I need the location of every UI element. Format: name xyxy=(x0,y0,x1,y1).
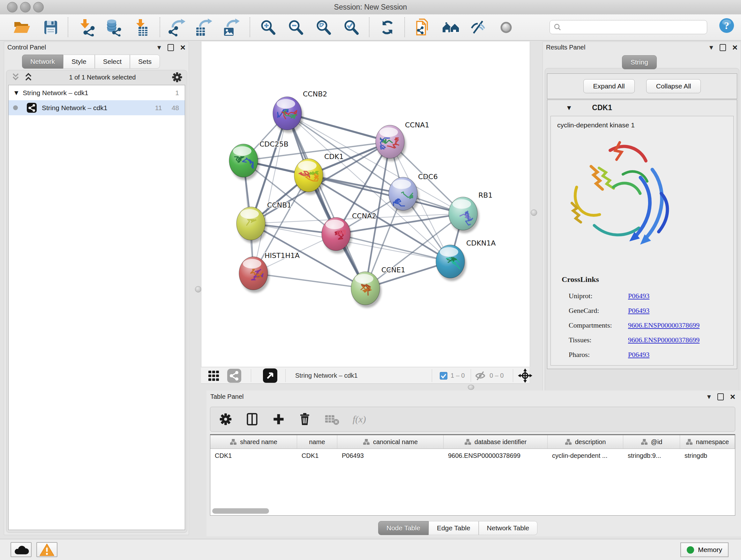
protein-expand-caret-icon[interactable]: ▼ xyxy=(567,105,571,111)
table-options-button[interactable] xyxy=(219,413,232,426)
tab-select[interactable]: Select xyxy=(95,55,130,69)
column-header[interactable]: canonical name xyxy=(337,435,444,449)
right-splitter-handle[interactable] xyxy=(531,209,537,216)
selected-checkbox-icon[interactable] xyxy=(440,372,448,380)
import-table-from-file-button[interactable] xyxy=(131,17,154,38)
import-network-from-database-button[interactable] xyxy=(102,17,125,38)
table-cell[interactable]: stringdb xyxy=(680,449,735,462)
network-node[interactable] xyxy=(273,97,303,133)
column-header[interactable]: name xyxy=(297,435,337,449)
column-header[interactable]: namespace xyxy=(680,435,735,449)
crosslink-link[interactable]: P06493 xyxy=(628,292,650,300)
network-node[interactable] xyxy=(389,177,419,213)
network-options-gear-icon[interactable] xyxy=(172,72,183,83)
table-cell[interactable]: cyclin-dependent ... xyxy=(548,449,623,462)
crosslink-link[interactable]: 9606.ENSP00000378699 xyxy=(628,336,699,344)
show-all-button[interactable] xyxy=(495,17,518,38)
save-session-button[interactable] xyxy=(39,17,62,38)
hidden-eye-icon[interactable] xyxy=(474,370,486,381)
table-cell[interactable]: CDK1 xyxy=(297,449,337,462)
birds-eye-grid-icon[interactable] xyxy=(208,370,220,382)
collection-expand-caret-icon[interactable]: ▼ xyxy=(14,90,18,96)
hide-selection-button[interactable] xyxy=(467,17,490,38)
panel-menu-icon[interactable]: ▼ xyxy=(710,45,713,51)
tab-network-table[interactable]: Network Table xyxy=(479,521,538,535)
search-input[interactable] xyxy=(564,23,703,31)
expand-all-networks-icon[interactable] xyxy=(23,73,33,82)
network-status-dot-icon xyxy=(13,105,18,110)
panel-menu-icon[interactable]: ▼ xyxy=(707,394,711,400)
refresh-button[interactable] xyxy=(376,17,399,38)
svg-text:?: ? xyxy=(724,20,729,31)
table-cell[interactable]: 9606.ENSP00000378699 xyxy=(444,449,548,462)
network-node[interactable] xyxy=(376,125,406,161)
crosslink-link[interactable]: P06493 xyxy=(628,307,650,315)
tab-sets[interactable]: Sets xyxy=(130,55,160,69)
network-node[interactable] xyxy=(436,245,466,281)
cloud-button[interactable] xyxy=(10,542,31,557)
delete-column-button[interactable] xyxy=(298,412,311,426)
network-node[interactable] xyxy=(229,144,259,180)
function-builder-button[interactable]: f(x) xyxy=(353,414,366,425)
tab-edge-table[interactable]: Edge Table xyxy=(428,521,479,535)
warnings-button[interactable] xyxy=(37,542,57,557)
network-node[interactable] xyxy=(237,207,267,243)
network-node[interactable] xyxy=(322,217,352,253)
collapse-all-button[interactable]: Collapse All xyxy=(646,79,701,93)
network-row[interactable]: String Network – cdk1 11 48 xyxy=(9,100,185,115)
crosslink-link[interactable]: 9606.ENSP00000378699 xyxy=(628,321,699,329)
network-node[interactable] xyxy=(239,257,269,293)
column-header-label: namespace xyxy=(696,438,729,446)
export-image-button[interactable] xyxy=(219,17,243,38)
panel-float-icon[interactable] xyxy=(167,44,174,51)
panel-close-icon[interactable]: × xyxy=(732,45,738,51)
network-canvas[interactable]: CCNB2CCNA1CDC25BCDK1CDC6RB1CCNB1CCNA2CDK… xyxy=(201,42,530,367)
network-collection-row[interactable]: ▼ String Network – cdk1 1 xyxy=(9,85,185,100)
table-cell[interactable]: P06493 xyxy=(337,449,444,462)
open-in-window-icon[interactable] xyxy=(263,368,277,383)
network-node[interactable] xyxy=(351,272,381,308)
import-network-from-file-button[interactable] xyxy=(75,17,98,38)
bottom-splitter-handle[interactable] xyxy=(468,385,474,390)
export-network-button[interactable] xyxy=(165,17,188,38)
crosslink-link[interactable]: P06493 xyxy=(628,351,650,359)
home-button[interactable] xyxy=(440,17,462,38)
tab-network[interactable]: Network xyxy=(22,55,63,69)
column-header[interactable]: description xyxy=(548,435,623,449)
zoom-in-button[interactable] xyxy=(257,17,280,38)
column-header[interactable]: database identifier xyxy=(444,435,548,449)
show-columns-button[interactable] xyxy=(246,412,259,426)
column-header[interactable]: shared name xyxy=(210,435,297,449)
network-node[interactable] xyxy=(449,197,479,233)
export-table-button[interactable] xyxy=(192,17,215,38)
left-splitter-handle[interactable] xyxy=(195,286,201,293)
panel-float-icon[interactable] xyxy=(720,44,726,51)
table-cell[interactable]: CDK1 xyxy=(210,449,297,462)
delete-table-button[interactable] xyxy=(325,413,339,426)
column-header[interactable]: @id xyxy=(623,435,680,449)
horizontal-scrollbar-thumb[interactable] xyxy=(212,508,269,514)
table-cell[interactable]: stringdb:9... xyxy=(623,449,680,462)
pan-crosshair-icon[interactable] xyxy=(518,368,533,383)
zoom-fit-button[interactable] xyxy=(312,17,335,38)
expand-all-button[interactable]: Expand All xyxy=(583,79,635,93)
create-column-button[interactable] xyxy=(272,413,285,426)
open-session-button[interactable] xyxy=(10,17,33,38)
tab-string[interactable]: String xyxy=(622,55,657,69)
memory-button[interactable]: Memory xyxy=(680,543,729,557)
table-row[interactable]: CDK1CDK1P064939606.ENSP00000378699cyclin… xyxy=(210,449,735,462)
collapse-all-networks-icon[interactable] xyxy=(11,73,20,82)
protein-details: cyclin-dependent kinase 1 xyxy=(550,116,734,366)
tab-node-table[interactable]: Node Table xyxy=(378,521,428,535)
help-button[interactable]: ? xyxy=(719,17,735,34)
panel-close-icon[interactable]: × xyxy=(730,394,735,400)
zoom-out-button[interactable] xyxy=(284,17,307,38)
panel-float-icon[interactable] xyxy=(718,393,724,400)
tab-style[interactable]: Style xyxy=(63,55,95,69)
network-node[interactable] xyxy=(294,159,325,195)
zoom-selected-button[interactable] xyxy=(340,17,363,38)
string-panel-toggle-icon[interactable] xyxy=(227,369,241,383)
panel-close-icon[interactable]: × xyxy=(180,45,185,51)
panel-menu-icon[interactable]: ▼ xyxy=(157,45,161,51)
network-from-document-button[interactable] xyxy=(411,17,434,38)
